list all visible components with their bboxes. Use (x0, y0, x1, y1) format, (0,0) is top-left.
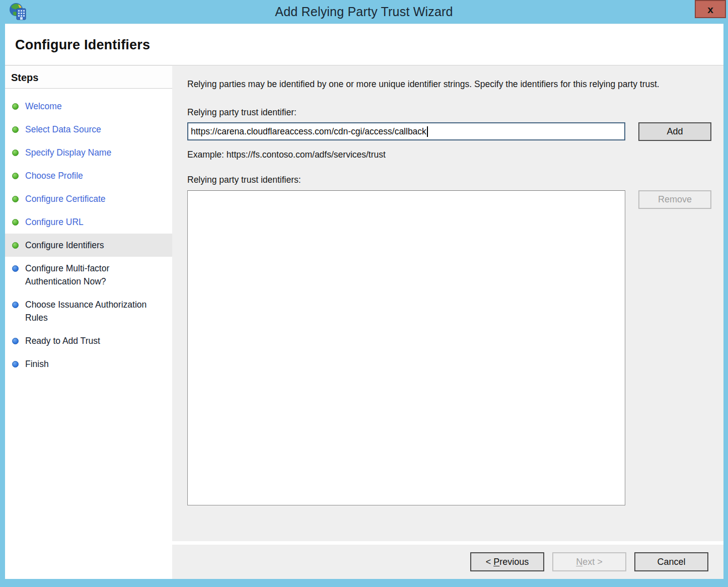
step-label: Specify Display Name (25, 146, 111, 159)
sidebar-step[interactable]: Configure Certificate (5, 187, 172, 210)
step-status-bullet-icon (12, 265, 19, 272)
step-label: Configure Identifiers (25, 239, 104, 252)
add-button[interactable]: Add (638, 122, 711, 141)
step-status-bullet-icon (12, 338, 19, 344)
step-label: Ready to Add Trust (25, 334, 100, 347)
wizard-window: Add Relying Party Trust Wizard x Configu… (0, 0, 728, 587)
steps-header: Steps (5, 66, 172, 89)
step-label: Choose Issuance Authorization Rules (25, 298, 151, 324)
intro-text: Relying parties may be identified by one… (187, 78, 706, 91)
cancel-button[interactable]: Cancel (634, 552, 708, 571)
sidebar-step[interactable]: Choose Issuance Authorization Rules (5, 293, 172, 329)
sidebar-step[interactable]: Select Data Source (5, 118, 172, 141)
step-label: Choose Profile (25, 169, 83, 182)
step-label: Configure Certificate (25, 192, 106, 205)
close-button[interactable]: x (695, 0, 726, 18)
sidebar-step[interactable]: Choose Profile (5, 164, 172, 187)
adfs-app-icon (8, 2, 27, 21)
sidebar-step[interactable]: Welcome (5, 95, 172, 118)
step-status-bullet-icon (12, 173, 19, 179)
footer-bar: < Previous Next > Cancel (172, 545, 723, 579)
identifier-label: Relying party trust identifier: (187, 107, 711, 118)
content-area: Relying parties may be identified by one… (172, 65, 723, 541)
identifiers-list-label: Relying party trust identifiers: (187, 175, 711, 185)
sidebar-step[interactable]: Finish (5, 352, 172, 376)
identifiers-listbox[interactable] (187, 190, 625, 505)
sidebar-step[interactable]: Configure Identifiers (5, 234, 172, 257)
example-text: Example: https://fs.contoso.com/adfs/ser… (187, 150, 711, 160)
identifier-input[interactable]: https://carena.cloudflareaccess.com/cdn-… (187, 122, 625, 140)
sidebar-step[interactable]: Ready to Add Trust (5, 329, 172, 352)
step-status-bullet-icon (12, 302, 19, 308)
page-header: Configure Identifiers (5, 24, 723, 65)
step-label: Finish (25, 357, 49, 371)
sidebar-step[interactable]: Configure Multi-factor Authentication No… (5, 257, 172, 293)
step-status-bullet-icon (12, 196, 19, 202)
steps-title: Steps (11, 72, 38, 83)
titlebar: Add Relying Party Trust Wizard x (0, 0, 728, 24)
step-label: Select Data Source (25, 123, 101, 136)
step-label: Configure URL (25, 215, 84, 229)
step-status-bullet-icon (12, 361, 19, 368)
next-button[interactable]: Next > (552, 552, 626, 571)
remove-button[interactable]: Remove (638, 190, 711, 209)
step-status-bullet-icon (12, 126, 19, 133)
identifier-input-value: https://carena.cloudflareaccess.com/cdn-… (191, 126, 426, 137)
step-status-bullet-icon (12, 242, 19, 249)
step-status-bullet-icon (12, 219, 19, 226)
sidebar-step[interactable]: Specify Display Name (5, 141, 172, 164)
step-status-bullet-icon (12, 150, 19, 156)
footer-divider (172, 541, 723, 545)
steps-list: Welcome Select Data Source Specify Displ… (5, 89, 172, 376)
step-status-bullet-icon (12, 103, 19, 110)
sidebar-step[interactable]: Configure URL (5, 210, 172, 234)
step-label: Configure Multi-factor Authentication No… (25, 262, 151, 288)
step-label: Welcome (25, 100, 62, 113)
steps-sidebar: Steps Welcome Select Data Source Specify… (5, 65, 172, 579)
wizard-frame: Configure Identifiers Steps Welcome Sele… (5, 24, 723, 579)
window-title: Add Relying Party Trust Wizard (275, 5, 453, 19)
previous-button[interactable]: < Previous (470, 552, 544, 571)
content-column: Relying parties may be identified by one… (172, 65, 723, 579)
text-caret (427, 126, 428, 137)
page-title: Configure Identifiers (15, 37, 723, 53)
